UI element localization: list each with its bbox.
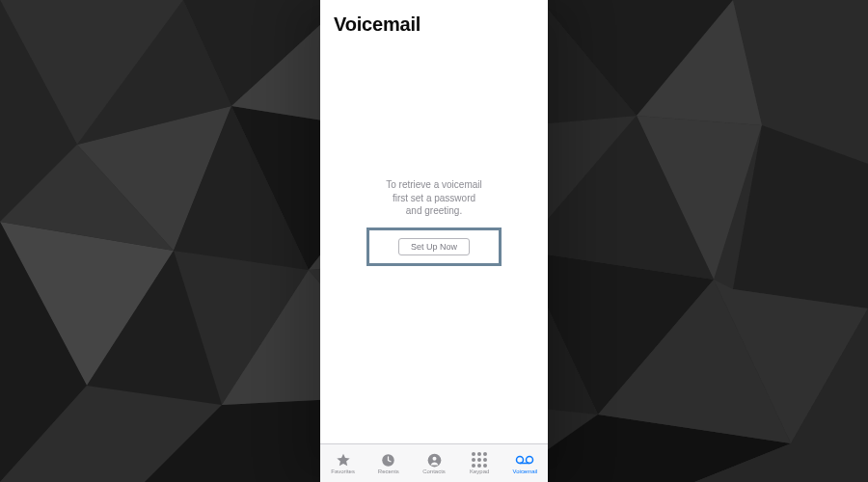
tab-label: Contacts (422, 469, 446, 474)
tab-keypad[interactable]: Keypad (457, 444, 502, 482)
tab-favorites[interactable]: Favorites (320, 444, 366, 482)
voicemail-empty-state: To retrieve a voicemail first set a pass… (320, 18, 548, 426)
tab-contacts[interactable]: Contacts (411, 444, 456, 482)
tab-recents[interactable]: Recents (366, 444, 411, 482)
phone-screen: Voicemail To retrieve a voicemail first … (320, 0, 548, 482)
svg-point-37 (517, 457, 524, 464)
star-icon (336, 452, 351, 468)
tab-label: Favorites (331, 469, 355, 474)
voicemail-icon (515, 452, 534, 468)
instruction-text: To retrieve a voicemail first set a pass… (386, 178, 481, 218)
tab-label: Keypad (470, 469, 489, 474)
svg-point-38 (527, 457, 533, 464)
setup-highlight-frame: Set Up Now (366, 228, 502, 266)
tab-voicemail[interactable]: Voicemail (502, 444, 548, 482)
instruction-line-1: To retrieve a voicemail (386, 178, 481, 192)
tab-label: Recents (378, 469, 399, 474)
person-icon (427, 452, 442, 468)
clock-icon (381, 452, 395, 468)
svg-point-36 (432, 456, 436, 460)
setup-now-button[interactable]: Set Up Now (398, 238, 470, 255)
instruction-line-3: and greeting. (386, 204, 481, 218)
tab-bar: Favorites Recents Contacts Keypad Voicem… (320, 443, 548, 482)
tab-label: Voicemail (513, 469, 538, 474)
instruction-line-2: first set a password (386, 192, 481, 205)
keypad-icon (472, 452, 487, 468)
